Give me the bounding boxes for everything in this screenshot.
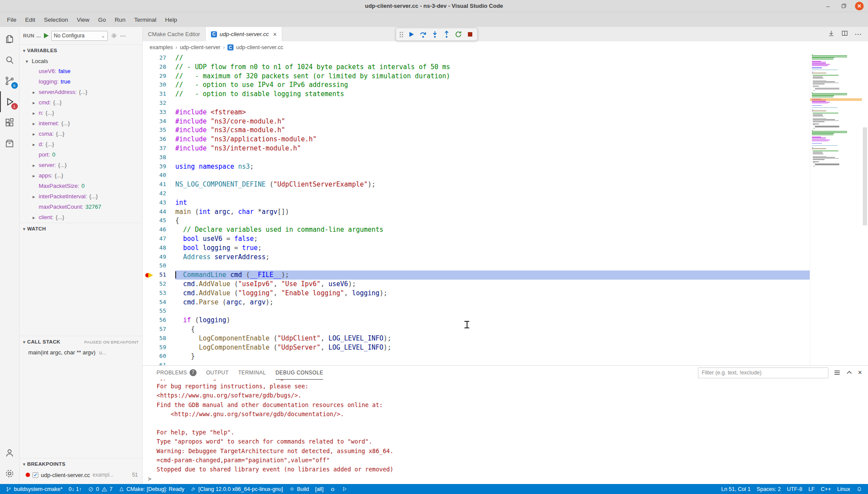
split-editor-icon[interactable] <box>841 30 848 39</box>
menu-run[interactable]: Run <box>110 14 130 25</box>
clear-console-icon[interactable] <box>834 369 841 376</box>
source-control-icon[interactable]: 6 <box>0 70 20 91</box>
gutter-line-50[interactable]: 50 <box>143 261 175 270</box>
gutter-line-38[interactable]: 38 <box>143 153 175 162</box>
gutter-line-43[interactable]: 43 <box>143 198 175 207</box>
gutter-line-42[interactable]: 42 <box>143 189 175 198</box>
step-out-icon[interactable] <box>441 29 452 40</box>
gutter-line-40[interactable]: 40 <box>143 171 175 180</box>
os-item[interactable]: Linux <box>834 484 853 494</box>
stack-frame-row[interactable]: main(int argc, char ** argv)u... <box>20 347 142 358</box>
cmake-kit-item[interactable]: [Clang 12.0.0 x86_64-pc-linux-gnu] <box>187 484 286 494</box>
gutter-line-33[interactable]: 33 <box>143 108 175 117</box>
notifications-bell-icon[interactable] <box>853 484 865 494</box>
gutter-line-44[interactable]: 44 <box>143 207 175 217</box>
breadcrumb-item-folder[interactable]: udp-client-server <box>180 44 220 50</box>
account-icon[interactable] <box>0 442 20 463</box>
cmake-launch-icon[interactable] <box>339 484 351 494</box>
tab-cmake-cache-editor[interactable]: CMake Cache Editor <box>143 27 206 41</box>
start-debugging-icon[interactable] <box>44 33 49 38</box>
breakpoint-row[interactable]: ✓ udp-client-server.cc exampl... 51 <box>20 470 142 480</box>
variable-row-port[interactable]: port:0 <box>20 150 142 160</box>
menu-go[interactable]: Go <box>94 14 110 25</box>
variable-row-MaxPacketSize[interactable]: MaxPacketSize:0 <box>20 181 142 191</box>
gutter-line-29[interactable]: 29 <box>143 72 175 81</box>
step-into-icon[interactable] <box>430 29 440 40</box>
variable-row-logging[interactable]: logging:true <box>20 77 142 87</box>
breadcrumb-item-file[interactable]: udp-client-server.cc <box>236 44 283 50</box>
gutter-line-31[interactable]: 31 <box>143 90 175 99</box>
variables-header[interactable]: ▾ VARIABLES <box>20 45 142 56</box>
cmake-status-item[interactable]: CMake: [Debug]: Ready <box>116 484 187 494</box>
gutter-line-56[interactable]: 56 <box>143 316 175 325</box>
variable-row-client[interactable]: ▸client:{...} <box>20 212 142 223</box>
gutter-line-48[interactable]: 48 <box>143 244 175 253</box>
console-filter-input[interactable] <box>698 367 828 378</box>
watch-header[interactable]: ▾ WATCH <box>20 223 142 234</box>
run-or-debug-icon[interactable] <box>828 30 835 39</box>
cmake-debug-icon[interactable] <box>327 484 339 494</box>
variable-row-apps[interactable]: ▸apps:{...} <box>20 170 142 181</box>
gutter-line-52[interactable]: 52 <box>143 280 175 289</box>
indentation-item[interactable]: Spaces: 2 <box>754 484 784 494</box>
gutter-line-30[interactable]: 30 <box>143 80 175 90</box>
minimap[interactable] <box>810 53 862 365</box>
explorer-icon[interactable] <box>0 29 20 50</box>
continue-icon[interactable] <box>406 29 417 40</box>
gutter-line-59[interactable]: 59 <box>143 343 175 352</box>
debug-gear-icon[interactable] <box>110 32 117 39</box>
variable-row-maxPacketCount[interactable]: maxPacketCount:32767 <box>20 202 142 212</box>
panel-tab-terminal[interactable]: TERMINAL <box>238 366 266 380</box>
step-over-icon[interactable] <box>418 29 428 40</box>
editor-scrollbar[interactable] <box>862 53 868 365</box>
scope-locals[interactable]: ▾ Locals <box>20 56 142 66</box>
variable-row-csma[interactable]: ▸csma:{...} <box>20 129 142 139</box>
variable-row-internet[interactable]: ▸internet:{...} <box>20 118 142 129</box>
breakpoints-header[interactable]: ▾ BREAKPOINTS <box>20 458 142 470</box>
gutter-line-53[interactable]: 53 <box>143 289 175 298</box>
close-tab-icon[interactable]: × <box>273 31 277 38</box>
gutter-line-58[interactable]: 58 <box>143 334 175 343</box>
restart-icon[interactable] <box>453 29 464 40</box>
cmake-build-button[interactable]: Build <box>286 484 312 494</box>
run-more-actions-icon[interactable]: ⋯ <box>120 32 126 39</box>
encoding-item[interactable]: UTF-8 <box>784 484 805 494</box>
gutter-line-54[interactable]: 54 <box>143 298 175 307</box>
variable-row-interPacketInterval[interactable]: ▸interPacketInterval:{...} <box>20 191 142 202</box>
panel-tab-debug-console[interactable]: DEBUG CONSOLE <box>276 366 324 380</box>
gutter-line-35[interactable]: 35 <box>143 126 175 135</box>
menu-view[interactable]: View <box>73 14 94 25</box>
language-mode-item[interactable]: C++ <box>818 484 834 494</box>
eol-item[interactable]: LF <box>805 484 818 494</box>
gutter-line-61[interactable]: 61 <box>143 361 175 365</box>
breakpoint-checkbox[interactable]: ✓ <box>33 472 38 478</box>
maximize-panel-icon[interactable] <box>846 369 853 376</box>
gutter-line-27[interactable]: 27 <box>143 53 175 63</box>
menu-file[interactable]: File <box>3 14 21 25</box>
gutter-line-47[interactable]: 47 <box>143 234 175 244</box>
problems-item[interactable]: 0 7 <box>85 484 116 494</box>
breadcrumb-item-examples[interactable]: examples <box>150 44 173 50</box>
gutter-line-37[interactable]: 37 <box>143 144 175 153</box>
gutter-line-28[interactable]: 28 <box>143 63 175 72</box>
git-sync-item[interactable]: 0↓ 1↑ <box>66 484 85 494</box>
variable-row-serverAddress[interactable]: ▸serverAddress:{...} <box>20 87 142 97</box>
menu-terminal[interactable]: Terminal <box>130 14 160 25</box>
menu-help[interactable]: Help <box>160 14 181 25</box>
cmake-build-target[interactable]: [all] <box>312 484 326 494</box>
gutter-line-49[interactable]: 49 <box>143 253 175 262</box>
gutter-line-34[interactable]: 34 <box>143 117 175 126</box>
minimize-icon[interactable]: – <box>824 2 832 10</box>
variable-row-n[interactable]: ▸n:{...} <box>20 108 142 118</box>
gutter-line-51[interactable]: 51 <box>143 270 175 280</box>
stop-icon[interactable] <box>465 29 475 40</box>
variable-row-d[interactable]: ▸d:{...} <box>20 139 142 150</box>
gutter-line-41[interactable]: 41 <box>143 180 175 189</box>
restore-icon[interactable] <box>839 2 848 10</box>
more-actions-icon[interactable]: ⋯ <box>855 30 862 38</box>
cursor-position-item[interactable]: Ln 51, Col 1 <box>718 484 753 494</box>
variable-row-server[interactable]: ▸server:{...} <box>20 160 142 170</box>
gutter-line-39[interactable]: 39 <box>143 162 175 171</box>
panel-tab-problems[interactable]: PROBLEMS7 <box>157 366 197 380</box>
close-icon[interactable]: ✕ <box>855 2 864 10</box>
